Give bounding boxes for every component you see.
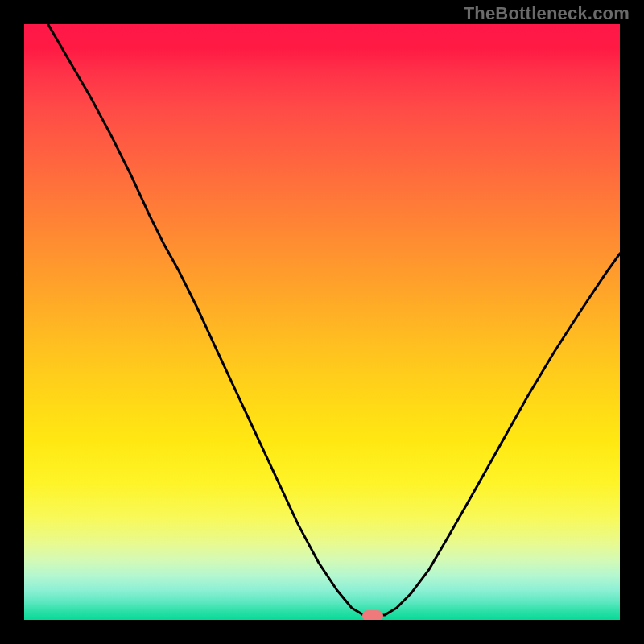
chart-container: TheBottleneck.com [0,0,644,644]
optimal-marker [362,610,383,620]
bottleneck-curve [24,24,620,620]
watermark-text: TheBottleneck.com [464,3,630,24]
plot-area [24,24,620,620]
